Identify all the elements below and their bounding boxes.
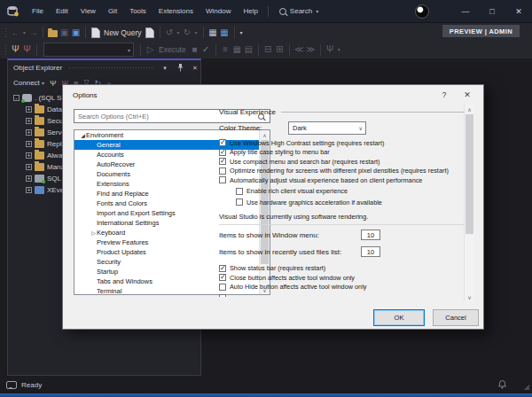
nav-forward-icon[interactable]: → — [27, 26, 39, 40]
activity-monitor-icon[interactable]: ▦ — [207, 26, 219, 40]
checkbox-checked[interactable]: ✓ — [219, 274, 226, 281]
checkbox-label: Use Windows High Contrast settings (requ… — [230, 139, 384, 147]
resize-grip[interactable]: ◢ — [524, 383, 529, 391]
collapse-icon[interactable]: - — [13, 95, 20, 101]
oe-connect-icon[interactable]: Ψ — [50, 79, 57, 88]
settings-scrollbar[interactable]: ∧ ∨ — [464, 105, 474, 301]
nav-back-caret-icon[interactable]: ▾ — [21, 26, 27, 40]
redo-caret-icon[interactable]: ▾ — [193, 26, 200, 40]
checkbox-checked[interactable]: ✓ — [219, 265, 226, 272]
maximize-button[interactable]: □ — [479, 0, 505, 22]
outdent-icon[interactable]: ≪ — [293, 43, 305, 57]
toolbar-grip-2[interactable] — [4, 44, 7, 55]
expand-icon[interactable]: + — [26, 164, 32, 170]
notifications-bell-icon[interactable] — [498, 380, 506, 389]
pin-icon[interactable] — [175, 64, 185, 73]
dialog-close-button[interactable]: ✕ — [457, 87, 478, 102]
menu-view[interactable]: View — [74, 0, 102, 22]
search-icon — [279, 8, 286, 15]
open-file-icon[interactable] — [47, 26, 59, 40]
window-position-icon[interactable]: ▾ — [160, 65, 170, 72]
close-button[interactable]: ✕ — [505, 0, 532, 22]
parse-icon[interactable]: ✓ — [200, 43, 212, 57]
color-theme-select[interactable]: Dark ∨ — [288, 121, 366, 135]
results-grid-icon[interactable]: ▦ — [231, 43, 243, 57]
connect-icon[interactable]: Ψ — [10, 43, 21, 57]
user-avatar[interactable] — [415, 4, 429, 19]
save-icon[interactable]: ▣ — [59, 26, 70, 40]
settings-scroll-thumb[interactable] — [466, 114, 473, 234]
connect-dropdown[interactable]: Connect ▾ — [13, 79, 44, 87]
dialog-help-button[interactable]: ? — [434, 87, 455, 102]
execute-icon[interactable]: ▷ — [145, 43, 156, 57]
menu-file[interactable]: File — [26, 0, 50, 22]
tree-expanded-icon[interactable]: ◢ — [80, 132, 86, 138]
stop-icon[interactable]: ■ — [189, 43, 200, 57]
expand-icon[interactable]: + — [26, 118, 32, 124]
settings-scroll-up-icon[interactable]: ∧ — [465, 105, 474, 113]
panel-close-icon[interactable]: ✕ — [190, 65, 200, 72]
checkbox-row: Automatically adjust visual experience b… — [219, 175, 464, 185]
rendering-note: Visual Studio is currently using softwar… — [219, 213, 464, 222]
undo-caret-icon[interactable]: ▾ — [176, 26, 182, 40]
settings-scroll-down-icon[interactable]: ∨ — [465, 292, 474, 301]
undo-icon[interactable]: ↺ — [164, 26, 176, 40]
redo-icon[interactable]: ↻ — [182, 26, 193, 40]
recent-files-input[interactable]: 10 — [361, 246, 380, 257]
results-text-icon[interactable]: ▤ — [243, 43, 254, 57]
ok-button[interactable]: OK — [373, 309, 425, 326]
checkbox-checked[interactable]: ✓ — [219, 139, 226, 146]
checkbox-unchecked[interactable] — [219, 284, 226, 291]
database-combobox[interactable]: ▾ — [43, 43, 134, 57]
comment-icon[interactable]: ⊟ — [262, 43, 274, 57]
checkbox-unchecked[interactable] — [219, 167, 226, 175]
app-logo-icon — [6, 5, 20, 17]
estimated-plan-icon[interactable]: ≡ — [220, 43, 231, 57]
panel-drag-grip[interactable] — [68, 66, 153, 70]
menu-window[interactable]: Window — [200, 0, 237, 22]
minimize-button[interactable]: — — [452, 0, 479, 22]
expand-icon[interactable]: + — [26, 106, 32, 113]
save-all-icon[interactable]: ▣ — [70, 26, 82, 40]
checkbox-label: Show status bar (requires restart) — [230, 264, 325, 272]
object-explorer-header[interactable]: Object Explorer ▾ ✕ — [8, 60, 200, 75]
expand-icon[interactable]: + — [26, 152, 32, 159]
menu-git[interactable]: Git — [102, 0, 123, 22]
checkbox-unchecked[interactable] — [236, 198, 243, 206]
checkbox-unchecked[interactable] — [236, 188, 243, 195]
window-menu-input[interactable]: 10 — [361, 230, 380, 240]
uncomment-icon[interactable]: ⊞ — [274, 43, 286, 57]
disconnect-icon[interactable]: Ψ — [21, 43, 33, 57]
expand-icon[interactable]: + — [26, 187, 32, 193]
open-query-icon[interactable] — [145, 26, 156, 40]
toolbar-separator — [36, 44, 37, 56]
debug-icon[interactable]: Ψ — [325, 43, 336, 57]
options-tree-label: Extensions — [97, 180, 129, 188]
toolbar-label-execute[interactable]: Execute — [159, 45, 186, 54]
server-icon — [22, 94, 32, 102]
tree-collapsed-icon[interactable]: ▷ — [90, 230, 97, 236]
dialog-title-bar[interactable]: Options — [63, 85, 483, 105]
menu-edit[interactable]: Edit — [50, 0, 74, 22]
expand-icon[interactable]: + — [26, 129, 32, 136]
checkbox-unchecked[interactable] — [219, 176, 226, 183]
menu-help[interactable]: Help — [237, 0, 263, 22]
object-explorer-title: Object Explorer — [13, 64, 62, 72]
cancel-button[interactable]: Cancel — [433, 309, 479, 326]
table-designer-icon[interactable]: ▦ — [219, 26, 231, 40]
menu-tools[interactable]: Tools — [123, 0, 153, 22]
toolbar-label-new-query[interactable]: New Query — [104, 28, 142, 37]
nav-back-icon[interactable]: ← — [10, 26, 21, 40]
indent-icon[interactable]: ≫ — [305, 43, 317, 57]
expand-icon[interactable]: + — [26, 141, 32, 147]
expand-icon[interactable]: + — [26, 175, 32, 182]
new-query-icon[interactable] — [90, 26, 101, 40]
checkbox-checked[interactable]: ✓ — [219, 158, 226, 165]
toolbar-grip[interactable] — [4, 27, 7, 38]
dialog-title: Options — [73, 91, 98, 99]
toolbar-overflow-icon[interactable]: ▾ — [239, 26, 245, 40]
checkbox-checked[interactable]: ✓ — [219, 149, 226, 156]
toolbar2-overflow-icon[interactable]: ▾ — [336, 43, 342, 57]
quick-search[interactable]: Search ▾ — [272, 7, 325, 15]
menu-extensions[interactable]: Extensions — [153, 0, 200, 22]
